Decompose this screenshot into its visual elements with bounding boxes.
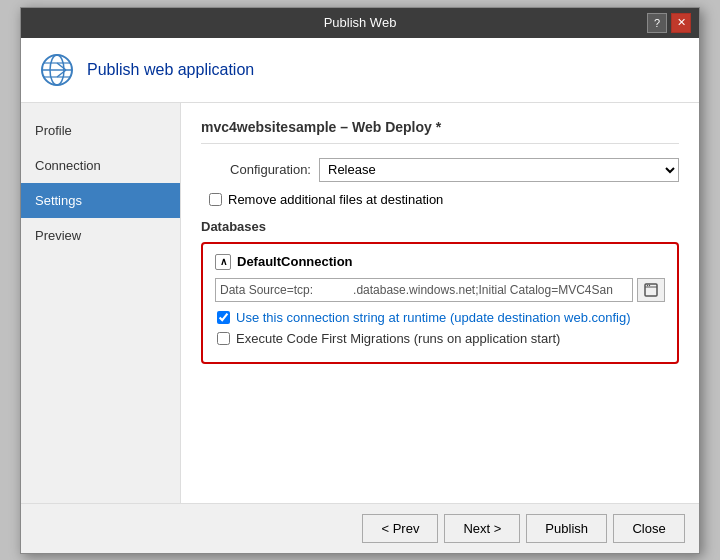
title-bar-controls: ? ✕ <box>647 13 691 33</box>
next-button[interactable]: Next > <box>444 514 520 543</box>
main-content: mvc4websitesample – Web Deploy * Configu… <box>181 103 699 503</box>
dialog-footer: < Prev Next > Publish Close <box>21 503 699 553</box>
svg-point-9 <box>647 284 648 285</box>
sidebar-item-profile[interactable]: Profile <box>21 113 180 148</box>
db-browse-button[interactable] <box>637 278 665 302</box>
sidebar-item-connection[interactable]: Connection <box>21 148 180 183</box>
dialog-header: Publish web application <box>21 38 699 103</box>
use-connection-string-label: Use this connection string at runtime (u… <box>236 310 631 325</box>
connection-name: DefaultConnection <box>237 254 353 269</box>
databases-section: ∧ DefaultConnection <box>201 242 679 364</box>
header-title: Publish web application <box>87 61 254 79</box>
connection-string-input[interactable] <box>215 278 633 302</box>
publish-web-dialog: Publish Web ? ✕ Publish web application … <box>20 7 700 554</box>
code-first-checkbox[interactable] <box>217 332 230 345</box>
help-button[interactable]: ? <box>647 13 667 33</box>
svg-point-10 <box>649 284 650 285</box>
remove-files-label: Remove additional files at destination <box>228 192 443 207</box>
close-button[interactable]: Close <box>613 514 685 543</box>
db-connection-header: ∧ DefaultConnection <box>215 254 665 270</box>
page-title: mvc4websitesample – Web Deploy * <box>201 119 679 144</box>
use-connection-string-checkbox[interactable] <box>217 311 230 324</box>
svg-rect-7 <box>645 284 657 296</box>
code-first-row: Execute Code First Migrations (runs on a… <box>217 331 665 346</box>
configuration-row: Configuration: Release Debug <box>201 158 679 182</box>
use-connection-string-row: Use this connection string at runtime (u… <box>217 310 665 325</box>
configuration-select-wrapper: Release Debug <box>319 158 679 182</box>
sidebar-item-settings[interactable]: Settings <box>21 183 180 218</box>
sidebar: Profile Connection Settings Preview <box>21 103 181 503</box>
collapse-icon[interactable]: ∧ <box>215 254 231 270</box>
svg-line-5 <box>57 63 66 70</box>
remove-files-checkbox[interactable] <box>209 193 222 206</box>
prev-button[interactable]: < Prev <box>362 514 438 543</box>
svg-line-6 <box>57 70 66 77</box>
close-title-button[interactable]: ✕ <box>671 13 691 33</box>
title-bar: Publish Web ? ✕ <box>21 8 699 38</box>
dialog-body: Profile Connection Settings Preview mvc4… <box>21 103 699 503</box>
configuration-label: Configuration: <box>201 162 311 177</box>
code-first-label: Execute Code First Migrations (runs on a… <box>236 331 560 346</box>
databases-label: Databases <box>201 219 679 234</box>
configuration-select[interactable]: Release Debug <box>319 158 679 182</box>
sidebar-item-preview[interactable]: Preview <box>21 218 180 253</box>
remove-files-row: Remove additional files at destination <box>209 192 679 207</box>
connection-string-row <box>215 278 665 302</box>
globe-icon <box>39 52 75 88</box>
publish-button[interactable]: Publish <box>526 514 607 543</box>
dialog-title: Publish Web <box>73 15 647 30</box>
